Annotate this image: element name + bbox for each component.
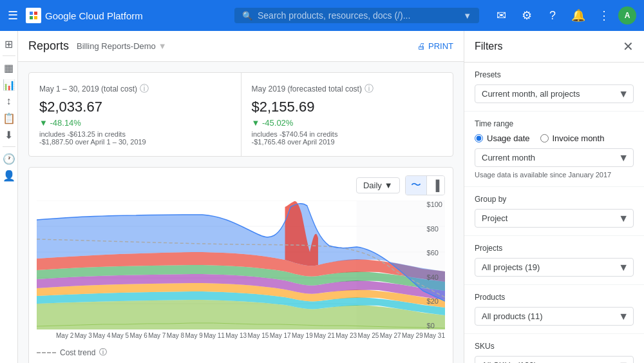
radio-usage-date-label: Usage date xyxy=(487,133,530,143)
svg-rect-1 xyxy=(34,12,37,15)
summary-note-actual-2: -$1,887.50 over April 1 – 30, 2019 xyxy=(39,138,231,146)
products-label: Products xyxy=(475,293,634,302)
print-label: PRINT xyxy=(428,41,453,51)
summary-change-actual: ▼ -48.14% xyxy=(39,118,231,128)
summary-label-actual: May 1 – 30, 2019 (total cost) ⓘ xyxy=(39,83,231,95)
radio-invoice-month-label: Invoice month xyxy=(553,133,605,143)
breadcrumb: Billing Reports-Demo ▼ xyxy=(77,41,167,51)
summary-note-forecast-2: -$1,765.48 over April 2019 xyxy=(252,138,443,146)
filter-projects: Projects All projects (19) ▼ xyxy=(464,236,644,285)
svg-rect-0 xyxy=(30,12,33,15)
left-nav: ⊞ ▦ 📊 ↕ 📋 ⬇ 🕐 👤 xyxy=(0,31,18,363)
radio-usage-date[interactable]: Usage date xyxy=(475,133,530,143)
bar-chart-button[interactable]: ▐ xyxy=(427,176,444,195)
line-chart-button[interactable]: 〜 xyxy=(406,176,427,195)
time-range-note: Usage data is available since January 20… xyxy=(475,171,634,179)
summary-card-actual: May 1 – 30, 2019 (total cost) ⓘ $2,033.6… xyxy=(29,73,242,156)
group-by-select[interactable]: Project xyxy=(475,209,634,228)
main-content: Reports Billing Reports-Demo ▼ 🖨 PRINT M… xyxy=(18,31,464,363)
projects-label: Projects xyxy=(475,244,634,253)
projects-select[interactable]: All projects (19) xyxy=(475,258,634,277)
more-icon[interactable]: ⋮ xyxy=(592,4,616,27)
filter-time-range: Time range Usage date Invoice month Curr… xyxy=(464,112,644,187)
topbar-actions: ✉ ⚙ ? 🔔 ⋮ A xyxy=(489,4,636,27)
presets-select[interactable]: Current month, all projects xyxy=(475,84,634,103)
chart-container: Daily ▼ 〜 ▐ xyxy=(28,167,453,363)
trend-dash-icon xyxy=(37,352,56,353)
chart-y-labels: $100 $80 $60 $40 $20 $0 xyxy=(424,201,445,329)
page-title: Reports xyxy=(28,39,69,53)
notifications-icon[interactable]: ⚙ xyxy=(515,4,538,27)
bell-icon[interactable]: 🔔 xyxy=(567,4,590,27)
gcp-logo-icon xyxy=(26,8,41,23)
search-dropdown-icon[interactable]: ▼ xyxy=(463,11,471,21)
help-icon-forecast[interactable]: ⓘ xyxy=(365,83,374,95)
cost-trend-label: Cost trend xyxy=(60,348,95,357)
summary-label-forecast: May 2019 (forecasted total cost) ⓘ xyxy=(252,83,443,95)
summary-amount-forecast: $2,155.69 xyxy=(252,99,443,115)
nav-dashboard-icon[interactable]: ▦ xyxy=(1,60,17,75)
cost-trend: Cost trend ⓘ xyxy=(37,344,445,358)
summary-change-forecast: ▼ -45.02% xyxy=(252,118,443,128)
time-range-radio-group: Usage date Invoice month xyxy=(475,133,634,143)
breadcrumb-text: Billing Reports-Demo xyxy=(77,41,156,51)
nav-reports-icon[interactable]: 📋 xyxy=(1,110,17,126)
filter-products: Products All products (11) ▼ xyxy=(464,285,644,334)
summary-card-forecast: May 2019 (forecasted total cost) ⓘ $2,15… xyxy=(242,73,453,156)
page-body: May 1 – 30, 2019 (total cost) ⓘ $2,033.6… xyxy=(18,62,464,363)
support-icon[interactable]: ? xyxy=(541,4,564,27)
filters-title: Filters xyxy=(475,41,503,52)
products-select[interactable]: All products (11) xyxy=(475,307,634,326)
chart-view-buttons: 〜 ▐ xyxy=(405,175,445,195)
app-layout: ⊞ ▦ 📊 ↕ 📋 ⬇ 🕐 👤 Reports Billing Reports-… xyxy=(0,31,644,363)
nav-clock-icon[interactable]: 🕐 xyxy=(1,151,17,166)
nav-person-icon[interactable]: 👤 xyxy=(1,168,17,183)
summary-note-actual-1: includes -$613.25 in credits xyxy=(39,130,231,138)
interval-button[interactable]: Daily ▼ xyxy=(356,177,400,193)
group-by-select-wrapper: Project ▼ xyxy=(475,209,634,228)
nav-transactions-icon[interactable]: ↕ xyxy=(1,93,17,109)
hamburger-icon[interactable]: ☰ xyxy=(8,8,18,23)
help-icon[interactable]: ✉ xyxy=(489,4,513,27)
user-avatar[interactable]: A xyxy=(618,6,636,25)
filters-panel: Filters ✕ Presets Current month, all pro… xyxy=(464,31,644,363)
filter-group-by: Group by Project ▼ xyxy=(464,187,644,236)
radio-usage-date-input[interactable] xyxy=(475,134,483,142)
nav-separator-1 xyxy=(3,55,15,56)
radio-invoice-month-input[interactable] xyxy=(540,134,549,142)
chart-x-labels: May 2 May 3 May 4 May 5 May 6 May 7 May … xyxy=(37,332,445,339)
breadcrumb-separator: ▼ xyxy=(158,41,167,51)
skus-label: SKUs xyxy=(475,342,634,351)
print-button[interactable]: 🖨 PRINT xyxy=(417,41,453,51)
interval-label: Daily xyxy=(363,181,382,190)
summary-row: May 1 – 30, 2019 (total cost) ⓘ $2,033.6… xyxy=(28,72,453,157)
svg-rect-3 xyxy=(34,16,37,19)
interval-arrow-icon: ▼ xyxy=(384,181,393,190)
group-by-label: Group by xyxy=(475,195,634,204)
help-icon-actual[interactable]: ⓘ xyxy=(140,83,149,95)
topbar: ☰ Google Cloud Platform 🔍 ▼ ✉ ⚙ ? 🔔 ⋮ A xyxy=(0,0,644,31)
search-input[interactable] xyxy=(258,10,458,21)
sub-header: Reports Billing Reports-Demo ▼ 🖨 PRINT xyxy=(18,31,464,62)
search-bar[interactable]: 🔍 ▼ xyxy=(234,8,479,23)
chart-toolbar: Daily ▼ 〜 ▐ xyxy=(37,175,445,195)
nav-home-icon[interactable]: ⊞ xyxy=(1,36,17,52)
app-logo: Google Cloud Platform xyxy=(26,8,229,23)
app-name: Google Cloud Platform xyxy=(45,10,143,21)
time-period-select[interactable]: Current month xyxy=(475,148,634,167)
products-select-wrapper: All products (11) ▼ xyxy=(475,307,634,326)
nav-billing-icon[interactable]: 📊 xyxy=(1,77,17,92)
nav-download-icon[interactable]: ⬇ xyxy=(1,127,17,142)
chart-area: $100 $80 $60 $40 $20 $0 xyxy=(37,201,445,329)
summary-amount-actual: $2,033.67 xyxy=(39,99,231,115)
nav-separator-2 xyxy=(3,146,15,147)
cost-trend-help-icon[interactable]: ⓘ xyxy=(99,347,107,358)
presets-select-wrapper: Current month, all projects ▼ xyxy=(475,84,634,103)
filter-presets: Presets Current month, all projects ▼ xyxy=(464,63,644,112)
projects-select-wrapper: All projects (19) ▼ xyxy=(475,258,634,277)
close-filters-button[interactable]: ✕ xyxy=(623,39,634,54)
time-range-label: Time range xyxy=(475,119,634,128)
summary-note-forecast-1: includes -$740.54 in credits xyxy=(252,130,443,138)
skus-select[interactable]: All SKUs (139) xyxy=(475,356,634,363)
radio-invoice-month[interactable]: Invoice month xyxy=(540,133,605,143)
